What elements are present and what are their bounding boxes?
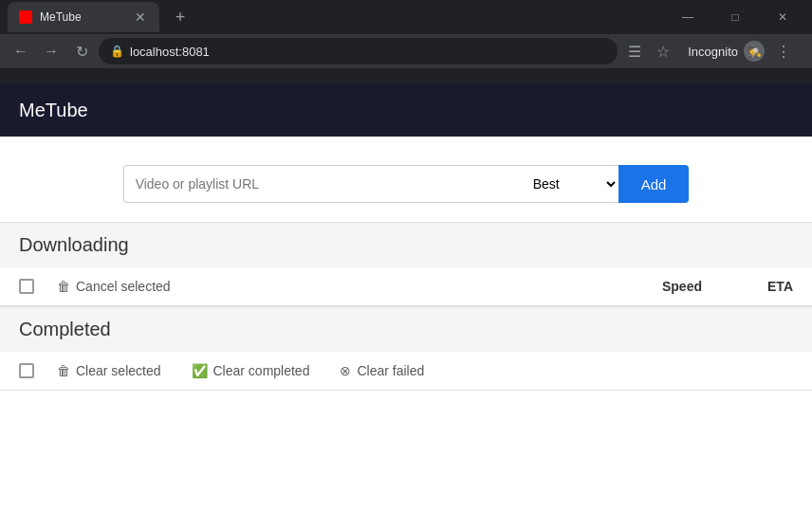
- address-text: localhost:8081: [130, 45, 210, 59]
- url-input-section: Best 1080p 720p 480p 360p Audio only Add: [0, 137, 812, 222]
- clear-failed-label: Clear failed: [357, 363, 424, 378]
- reload-button[interactable]: ↻: [68, 38, 95, 64]
- forward-button[interactable]: →: [38, 38, 65, 64]
- check-circle-icon: ✅: [192, 363, 208, 378]
- completed-select-all-checkbox[interactable]: [19, 363, 34, 378]
- completed-title: Completed: [19, 319, 111, 339]
- clear-selected-button[interactable]: 🗑 Clear selected: [49, 359, 169, 382]
- maximize-button[interactable]: □: [713, 2, 757, 32]
- back-button[interactable]: ←: [8, 38, 34, 64]
- clear-selected-label: Clear selected: [76, 363, 161, 378]
- downloading-toolbar: 🗑 Cancel selected Speed ETA: [0, 267, 812, 306]
- app-header: MeTube: [0, 83, 812, 137]
- cancel-selected-button[interactable]: 🗑 Cancel selected: [49, 275, 178, 298]
- tab-title: MeTube: [40, 10, 125, 24]
- tab-close-button[interactable]: ✕: [133, 9, 148, 25]
- menu-button[interactable]: ⋮: [770, 38, 797, 64]
- completed-section: Completed 🗑 Clear selected ✅ Clear compl…: [0, 306, 812, 391]
- quality-select[interactable]: Best 1080p 720p 480p 360p Audio only: [522, 165, 618, 203]
- bookmarks-button[interactable]: ☰: [621, 38, 648, 64]
- tab-favicon: [19, 10, 32, 24]
- trash-icon-2: 🗑: [57, 363, 70, 378]
- cancel-selected-label: Cancel selected: [76, 279, 171, 294]
- clear-completed-label: Clear completed: [213, 363, 310, 378]
- downloading-select-all-checkbox[interactable]: [19, 279, 34, 294]
- clear-failed-button[interactable]: ⊗ Clear failed: [332, 359, 432, 382]
- lock-icon: 🔒: [110, 45, 124, 58]
- star-button[interactable]: ☆: [650, 38, 676, 64]
- completed-section-header: Completed: [0, 307, 812, 352]
- address-bar[interactable]: 🔒 localhost:8081: [99, 38, 618, 64]
- trash-icon: 🗑: [57, 279, 70, 294]
- app-title: MeTube: [19, 100, 88, 121]
- speed-column-header: Speed: [607, 279, 702, 294]
- x-circle-icon: ⊗: [340, 363, 351, 378]
- url-input[interactable]: [123, 165, 522, 203]
- downloading-section-header: Downloading: [0, 223, 812, 267]
- downloading-title: Downloading: [19, 234, 129, 255]
- completed-toolbar: 🗑 Clear selected ✅ Clear completed ⊗ Cle…: [0, 352, 812, 391]
- app-body: Best 1080p 720p 480p 360p Audio only Add…: [0, 137, 812, 512]
- minimize-button[interactable]: —: [666, 2, 710, 32]
- clear-completed-button[interactable]: ✅ Clear completed: [184, 359, 318, 382]
- navigation-bar: ← → ↻ 🔒 localhost:8081 ☰ ☆ Incognito 🕵 ⋮: [0, 34, 812, 68]
- incognito-area: Incognito 🕵 ⋮: [680, 38, 804, 64]
- incognito-icon: 🕵: [744, 41, 765, 62]
- incognito-label: Incognito: [688, 45, 738, 59]
- add-button[interactable]: Add: [618, 165, 690, 203]
- new-tab-button[interactable]: +: [167, 4, 194, 30]
- downloading-section: Downloading 🗑 Cancel selected Speed ETA: [0, 222, 812, 306]
- eta-column-header: ETA: [717, 279, 793, 294]
- close-button[interactable]: ✕: [761, 2, 804, 32]
- browser-tab[interactable]: MeTube ✕: [8, 2, 159, 32]
